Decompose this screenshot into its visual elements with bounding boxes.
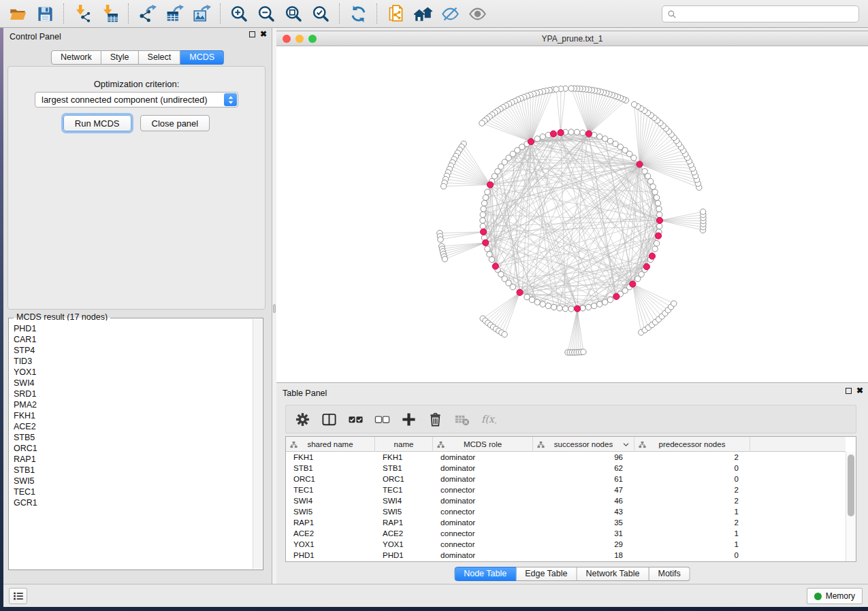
table-cell[interactable]: 29 xyxy=(533,539,634,550)
network-node[interactable] xyxy=(545,303,551,308)
network-node[interactable] xyxy=(597,301,602,307)
table-row[interactable]: RAP1RAP1dominator352 xyxy=(286,517,846,528)
network-node[interactable] xyxy=(485,246,490,252)
import-table-button[interactable] xyxy=(96,2,123,25)
table-cell[interactable]: 1 xyxy=(634,539,750,550)
network-node[interactable] xyxy=(580,130,585,135)
table-cell[interactable]: 0 xyxy=(634,550,750,561)
network-node[interactable] xyxy=(529,297,534,302)
column-header-shared-name[interactable]: shared name xyxy=(286,437,375,452)
table-row[interactable]: ORC1ORC1dominator610 xyxy=(286,474,846,484)
zoom-in-button[interactable] xyxy=(225,2,253,25)
mcds-hub-node[interactable] xyxy=(613,293,620,299)
mcds-result-item[interactable]: CAR1 xyxy=(14,334,253,345)
table-cell[interactable]: connector xyxy=(433,539,533,550)
network-node[interactable] xyxy=(557,306,562,311)
network-node[interactable] xyxy=(568,129,574,135)
table-cell[interactable]: dominator xyxy=(433,517,533,528)
memory-button[interactable]: Memory xyxy=(807,588,863,604)
run-mcds-button[interactable]: Run MCDS xyxy=(63,115,131,131)
table-cell[interactable]: 1 xyxy=(634,506,750,517)
table-cell[interactable]: 0 xyxy=(634,463,750,474)
table-tab-node-table[interactable]: Node Table xyxy=(454,567,516,581)
mcds-hub-node[interactable] xyxy=(480,229,486,235)
table-tab-edge-table[interactable]: Edge Table xyxy=(516,567,577,581)
mcds-result-item[interactable]: PHD1 xyxy=(14,323,253,334)
export-network-button[interactable] xyxy=(133,2,161,25)
table-settings-button[interactable] xyxy=(292,408,312,431)
network-node[interactable] xyxy=(480,223,485,229)
splitter-handle[interactable] xyxy=(273,304,276,313)
mcds-result-item[interactable]: GCR1 xyxy=(14,497,253,508)
table-tab-motifs[interactable]: Motifs xyxy=(649,567,690,581)
network-node[interactable] xyxy=(650,184,656,189)
network-node[interactable] xyxy=(657,223,662,229)
mcds-result-item[interactable]: ACE2 xyxy=(14,421,253,432)
mcds-hub-node[interactable] xyxy=(517,289,523,295)
table-cell[interactable]: RAP1 xyxy=(286,517,375,528)
mcds-hub-node[interactable] xyxy=(550,131,556,137)
table-cell[interactable]: connector xyxy=(433,528,533,539)
table-cell[interactable]: 1 xyxy=(634,528,750,539)
table-row[interactable]: FKH1FKH1dominator962 xyxy=(286,452,846,463)
network-node[interactable] xyxy=(655,200,660,205)
table-row[interactable]: TEC1TEC1connector472 xyxy=(286,484,846,495)
mcds-hub-node[interactable] xyxy=(492,263,498,269)
mcds-result-item[interactable]: SWI5 xyxy=(14,476,253,486)
mcds-hub-node[interactable] xyxy=(630,281,636,287)
mcds-hub-node[interactable] xyxy=(483,240,489,246)
chevron-down-icon[interactable] xyxy=(623,442,629,447)
mcds-result-item[interactable]: PMA2 xyxy=(14,399,253,410)
network-node[interactable] xyxy=(602,299,608,305)
satellite-node[interactable] xyxy=(442,257,447,262)
export-image-button[interactable] xyxy=(188,2,215,25)
import-network-button[interactable] xyxy=(69,2,96,25)
network-node[interactable] xyxy=(480,212,485,217)
table-row[interactable]: ACE2ACE2connector311 xyxy=(286,528,846,539)
network-node[interactable] xyxy=(485,189,490,195)
zoom-fit-button[interactable] xyxy=(280,2,307,25)
network-node[interactable] xyxy=(483,195,488,200)
mcds-result-item[interactable]: STP4 xyxy=(14,345,253,356)
mcds-result-item[interactable]: STB5 xyxy=(14,432,253,443)
table-cell[interactable]: TEC1 xyxy=(375,484,433,495)
mcds-result-item[interactable]: RAP1 xyxy=(14,454,253,465)
table-cell[interactable]: SWI5 xyxy=(286,506,375,517)
column-header-name[interactable]: name xyxy=(375,437,433,452)
table-cell[interactable]: SWI5 xyxy=(375,506,433,517)
mcds-result-item[interactable]: TID3 xyxy=(14,356,253,367)
table-cell[interactable]: YOX1 xyxy=(286,539,375,550)
network-canvas[interactable] xyxy=(276,46,868,382)
table-cell[interactable]: STB1 xyxy=(286,463,375,474)
network-node[interactable] xyxy=(551,304,556,310)
mcds-hub-node[interactable] xyxy=(637,161,643,167)
column-header-mcds-role[interactable]: MCDS role xyxy=(433,437,533,452)
search-input[interactable] xyxy=(679,7,858,21)
network-node[interactable] xyxy=(487,252,492,257)
network-node[interactable] xyxy=(654,195,659,200)
hide-selected-button[interactable] xyxy=(436,2,464,25)
table-cell[interactable]: 2 xyxy=(634,517,750,528)
network-node[interactable] xyxy=(656,206,662,212)
mcds-result-item[interactable]: SRD1 xyxy=(14,389,253,399)
network-window-titlebar[interactable]: YPA_prune.txt_1 xyxy=(276,31,868,46)
table-cell[interactable]: 35 xyxy=(533,517,634,528)
show-columns-button[interactable] xyxy=(319,408,339,431)
open-session-button[interactable] xyxy=(4,2,31,25)
table-cell[interactable]: FKH1 xyxy=(286,452,375,463)
mcds-hub-node[interactable] xyxy=(655,233,661,239)
tab-style[interactable]: Style xyxy=(101,50,139,65)
table-cell[interactable]: 61 xyxy=(533,474,634,484)
network-node[interactable] xyxy=(597,134,602,139)
satellite-node[interactable] xyxy=(553,86,559,92)
mcds-result-list[interactable]: PHD1CAR1STP4TID3YOX1SWI4SRD1PMA2FKH1ACE2… xyxy=(10,320,253,569)
table-cell[interactable]: dominator xyxy=(433,495,533,506)
network-node[interactable] xyxy=(652,189,658,195)
network-node[interactable] xyxy=(540,134,545,139)
network-node[interactable] xyxy=(481,200,487,205)
table-cell[interactable]: 47 xyxy=(533,484,634,495)
table-cell[interactable]: 2 xyxy=(634,484,750,495)
mcds-result-item[interactable]: FKH1 xyxy=(14,410,253,421)
table-cell[interactable]: dominator xyxy=(433,474,533,484)
mcds-hub-node[interactable] xyxy=(528,139,534,145)
